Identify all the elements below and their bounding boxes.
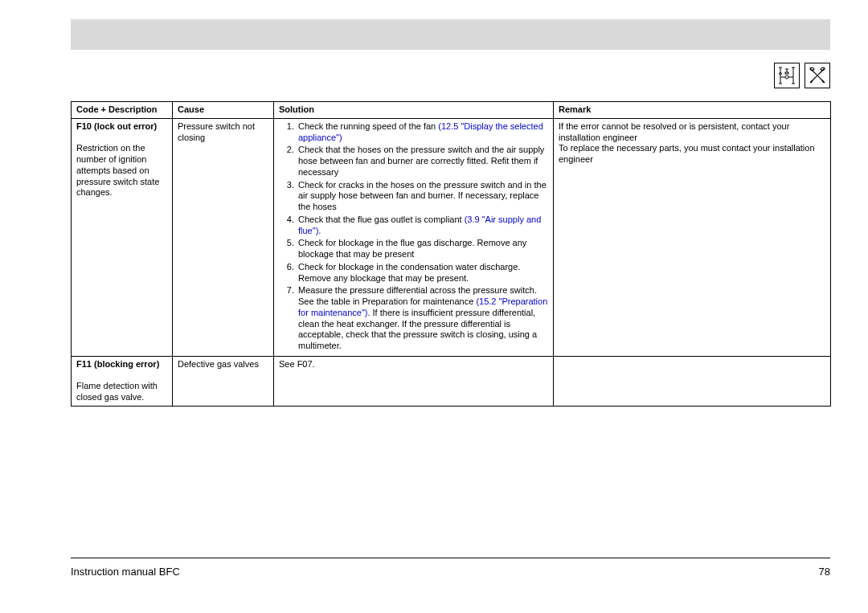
table-row: F11 (blocking error) Flame detection wit… xyxy=(72,356,831,406)
solution-list: Check the running speed of the fan (12.5… xyxy=(293,121,550,352)
category-icons xyxy=(774,63,830,88)
th-code: Code + Description xyxy=(72,102,173,119)
cell-solution-f11: See F07. xyxy=(274,356,554,406)
cell-cause-f11: Defective gas valves xyxy=(173,356,274,406)
cell-remark-f11 xyxy=(554,356,831,406)
cell-cause-f10: Pressure switch not closing xyxy=(173,118,274,356)
solution-step: Check for blockage in the flue gas disch… xyxy=(297,238,550,260)
svg-point-4 xyxy=(785,76,788,79)
cell-remark-f10: If the error cannot be resolved or is pe… xyxy=(554,118,831,356)
remark-text: To replace the necessary parts, you must… xyxy=(559,143,815,164)
manual-page: Code + Description Cause Solution Remark… xyxy=(0,0,868,613)
page-number: 78 xyxy=(819,566,830,578)
page-header-bar xyxy=(71,19,830,50)
solution-step: Check the running speed of the fan (12.5… xyxy=(297,121,550,144)
valve-diagram-icon xyxy=(774,63,800,88)
crossed-tools-icon xyxy=(805,63,830,88)
svg-rect-11 xyxy=(785,72,788,74)
code-title: F10 (lock out error) xyxy=(76,121,157,131)
footer-title: Instruction manual BFC xyxy=(71,566,180,578)
table-header-row: Code + Description Cause Solution Remark xyxy=(72,102,831,119)
solution-step: Measure the pressure differential across… xyxy=(297,285,550,352)
code-desc: Flame detection with closed gas valve. xyxy=(76,381,158,402)
th-solution: Solution xyxy=(274,102,554,119)
troubleshooting-table: Code + Description Cause Solution Remark… xyxy=(71,101,831,407)
solution-step: Check that the flue gas outlet is compli… xyxy=(297,215,550,237)
cell-code-f11: F11 (blocking error) Flame detection wit… xyxy=(72,356,173,406)
remark-text: If the error cannot be resolved or is pe… xyxy=(559,121,789,142)
table-row: F10 (lock out error) Restriction on the … xyxy=(72,118,831,356)
cell-solution-f10: Check the running speed of the fan (12.5… xyxy=(274,118,554,356)
solution-step: Check for blockage in the condensation w… xyxy=(297,262,550,284)
code-title: F11 (blocking error) xyxy=(76,359,159,369)
th-remark: Remark xyxy=(554,102,831,119)
solution-step: Check that the hoses on the pressure swi… xyxy=(297,145,550,178)
footer-rule xyxy=(71,558,830,558)
cell-code-f10: F10 (lock out error) Restriction on the … xyxy=(72,118,173,356)
th-cause: Cause xyxy=(173,102,274,119)
solution-step: Check for cracks in the hoses on the pre… xyxy=(297,180,550,213)
code-desc: Restriction on the number of ignition at… xyxy=(76,143,159,197)
